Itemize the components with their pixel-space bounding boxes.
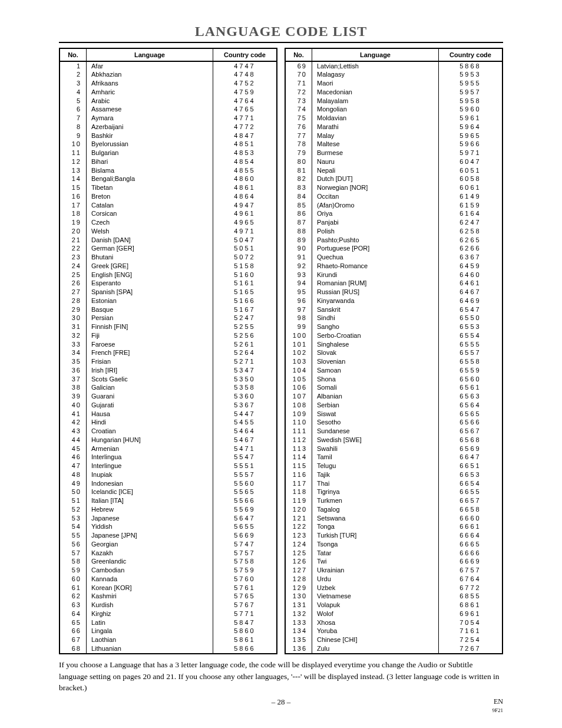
table-row: 89Pashto;Pushto6265 <box>286 236 502 245</box>
row-language: Chinese [CHI] <box>312 636 439 645</box>
row-language: Scots Gaelic <box>87 375 213 384</box>
row-language: Bashkir <box>87 131 213 140</box>
row-no: 29 <box>60 305 87 314</box>
row-code: 5761 <box>213 584 277 592</box>
row-language: Thai <box>312 479 439 488</box>
table-row: 38Galician5358 <box>60 384 276 393</box>
table-row: 7Aymara4771 <box>60 114 276 123</box>
table-row: 124Tsonga6665 <box>286 540 502 549</box>
row-code: 5958 <box>439 97 503 106</box>
row-code: 5367 <box>213 401 277 410</box>
table-row: 4Amharic4759 <box>60 88 276 97</box>
row-code: 5847 <box>213 618 277 627</box>
row-code: 5547 <box>213 453 277 462</box>
table-row: 85(Afan)Oromo6159 <box>286 201 502 210</box>
table-row: 67Laothian5861 <box>60 636 276 645</box>
table-row: 107Albanian6563 <box>286 393 502 401</box>
table-row: 14Bengali;Bangla4860 <box>60 175 276 184</box>
header-no: No. <box>60 49 87 61</box>
table-row: 46Interlingua5547 <box>60 453 276 462</box>
row-code: 6266 <box>439 245 503 253</box>
language-table-left: No. Language Country code 1Afar47472Abkh… <box>59 48 277 654</box>
table-row: 134Yoruba7161 <box>286 627 502 636</box>
row-language: Armenian <box>87 444 213 453</box>
row-language: Georgian <box>87 540 213 549</box>
row-code: 5655 <box>213 523 277 532</box>
row-no: 87 <box>286 219 312 228</box>
table-row: 1Afar4747 <box>60 61 276 71</box>
table-row: 91Quechua6367 <box>286 253 502 262</box>
row-language: Russian [RUS] <box>312 288 439 297</box>
row-language: Indonesian <box>87 479 213 488</box>
table-row: 125Tatar6666 <box>286 549 502 558</box>
row-language: Kinyarwanda <box>312 297 439 305</box>
row-no: 134 <box>286 627 312 636</box>
row-code: 4855 <box>213 166 277 175</box>
row-code: 5861 <box>213 636 277 645</box>
row-no: 80 <box>286 157 312 166</box>
row-no: 32 <box>60 331 87 340</box>
row-code: 6258 <box>439 227 503 236</box>
table-row: 20Welsh4971 <box>60 227 276 236</box>
language-tables: No. Language Country code 1Afar47472Abkh… <box>59 48 503 654</box>
row-no: 88 <box>286 227 312 236</box>
row-no: 50 <box>60 488 87 497</box>
row-language: Kannada <box>87 575 213 584</box>
table-row: 78Maltese5966 <box>286 140 502 149</box>
table-row: 105Shona6560 <box>286 375 502 384</box>
row-no: 56 <box>60 540 87 549</box>
row-no: 26 <box>60 279 87 288</box>
row-language: Sindhi <box>312 314 439 323</box>
table-row: 128Urdu6764 <box>286 575 502 584</box>
row-language: Bulgarian <box>87 149 213 158</box>
row-language: Cambodian <box>87 566 213 575</box>
row-language: Inupiak <box>87 470 213 479</box>
row-no: 107 <box>286 393 312 401</box>
row-no: 81 <box>286 166 312 175</box>
row-code: 5866 <box>213 644 277 653</box>
row-code: 4752 <box>213 80 277 88</box>
row-language: Macedonian <box>312 88 439 97</box>
table-row: 92Rhaeto-Romance6459 <box>286 262 502 271</box>
table-row: 118Tigrinya6655 <box>286 488 502 497</box>
row-code: 4747 <box>213 61 277 71</box>
row-code: 6164 <box>439 210 503 219</box>
row-no: 95 <box>286 288 312 297</box>
table-row: 21Danish [DAN]5047 <box>60 236 276 245</box>
row-language: Serbo-Croatian <box>312 331 439 340</box>
row-language: Finnish [FIN] <box>87 323 213 332</box>
table-row: 68Lithuanian5866 <box>60 644 276 653</box>
row-no: 97 <box>286 305 312 314</box>
row-code: 6855 <box>439 592 503 601</box>
table-row: 123Turkish [TUR]6664 <box>286 532 502 541</box>
row-no: 84 <box>286 192 312 201</box>
table-row: 17Catalan4947 <box>60 201 276 210</box>
row-language: Burmese <box>312 149 439 158</box>
row-language: Tagalog <box>312 505 439 514</box>
row-language: Pashto;Pushto <box>312 236 439 245</box>
row-no: 102 <box>286 349 312 358</box>
row-language: Urdu <box>312 575 439 584</box>
table-row: 97Sanskrit6547 <box>286 305 502 314</box>
page-number: – 28 – <box>272 697 291 706</box>
table-row: 40Gujarati5367 <box>60 401 276 410</box>
row-code: 5271 <box>213 358 277 367</box>
row-language: Xhosa <box>312 618 439 627</box>
row-language: Nauru <box>312 157 439 166</box>
page-footer: – 28 – EN 9F21 <box>59 697 503 707</box>
row-language: Romanian [RUM] <box>312 279 439 288</box>
table-row: 106Somali6561 <box>286 384 502 393</box>
title-underline <box>59 42 503 43</box>
row-no: 112 <box>286 436 312 444</box>
row-code: 5158 <box>213 262 277 271</box>
table-row: 5Arabic4764 <box>60 97 276 106</box>
row-language: Greenlandic <box>87 558 213 566</box>
row-no: 71 <box>286 80 312 88</box>
row-code: 6764 <box>439 575 503 584</box>
row-language: Spanish [SPA] <box>87 288 213 297</box>
row-code: 4765 <box>213 106 277 114</box>
row-no: 67 <box>60 636 87 645</box>
row-language: German [GER] <box>87 245 213 253</box>
row-code: 6772 <box>439 584 503 592</box>
table-row: 112Swedish [SWE]6568 <box>286 436 502 444</box>
